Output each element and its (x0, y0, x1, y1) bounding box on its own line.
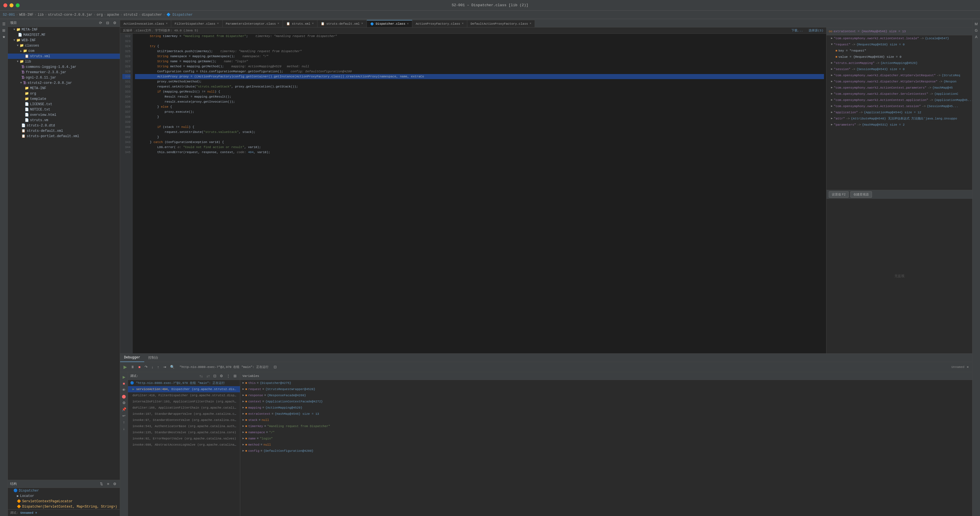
tree-item-strutsdtd[interactable]: 📄 struts-2.0.dtd (8, 123, 120, 128)
tree-item-commons[interactable]: 🗜 commons-logging-1.0.4.jar (8, 64, 120, 70)
debug-view-btn[interactable]: 👁 (121, 387, 127, 392)
gear2-icon[interactable]: ⚙ (219, 373, 224, 379)
close-icon[interactable]: × (407, 22, 409, 25)
close-icon[interactable]: × (217, 22, 219, 25)
close-icon[interactable]: × (530, 22, 531, 25)
stack-frame-9[interactable]: invoke:698, AbstractAccessLogValve (org.… (128, 442, 240, 448)
struct-dispatcher[interactable]: 🔵 Dispatcher (8, 488, 120, 493)
stack-frame-3[interactable]: doFilter:166, ApplicationFilterChain (or… (128, 405, 240, 411)
close-icon[interactable]: × (166, 22, 167, 25)
breadcrumb-item-webinf[interactable]: WEB-INF (19, 13, 33, 17)
var-name[interactable]: ▶ ■ name = "login" (240, 435, 972, 442)
pause-icon[interactable]: ⏸ (130, 364, 135, 370)
tree-item-lib[interactable]: ▼ 📁 lib (8, 59, 120, 64)
tab-console[interactable]: 控制台 (144, 354, 162, 362)
tree-item-ognl[interactable]: 🗜 ognl-2.6.11.jar (8, 75, 120, 80)
var-timerkey[interactable]: ▶ ■ timerKey = "Handling request from Di… (240, 423, 972, 429)
evaluate-icon[interactable]: 🔍 (169, 364, 176, 370)
debug-item-httpresponse[interactable]: ▶ "com.opensymphony.xwork2.dispatcher.Ht… (826, 78, 972, 85)
filter2-icon[interactable]: ⊡ (212, 373, 218, 379)
structure-icon[interactable]: ⊞ (1, 28, 6, 33)
struct-servletcontext[interactable]: 🔶 ServletContextPageLocator (8, 499, 120, 504)
debug-item-session[interactable]: ▶ "session" -> {SessionMap@4543} size = … (826, 66, 972, 72)
tab-defaultactionproxy[interactable]: DefaultActionProxyFactory.class × (467, 20, 535, 27)
debug-item-locale[interactable]: ▶ "com.opensymphony.xwork2.ActionContext… (826, 35, 972, 41)
struct-locator[interactable]: ▶ Locator (8, 493, 120, 499)
stack-frame-6[interactable]: invoke:543, AuthenticatorBase (org.apach… (128, 423, 240, 429)
debug-item-actionmapping[interactable]: ▶ "struts.actionMapping" -> {ActionMappi… (826, 60, 972, 66)
set-value-button[interactable]: 设置值 F2 (829, 191, 849, 198)
maximize-button[interactable] (16, 3, 20, 7)
debug-item-application[interactable]: ▶ "com.opensymphony.xwork2.ActionContext… (826, 97, 972, 103)
more-icon[interactable]: ⋮ (225, 373, 231, 379)
filter-icon[interactable]: ≡ (106, 481, 110, 487)
tree-item-freemarker[interactable]: 🗜 freemarker-2.3.8.jar (8, 70, 120, 75)
breadcrumb-item-struts2[interactable]: struts2 (124, 13, 137, 17)
thread-item[interactable]: 🔵 "http-nio-8080-exec-7"@2,970 在组 "main"… (128, 380, 240, 386)
tab-debugger[interactable]: Debugger (120, 354, 144, 362)
settings-icon[interactable]: ⚙ (112, 481, 118, 487)
close-unnamed-icon[interactable]: × (966, 364, 970, 370)
var-this[interactable]: ▶ ■ this = {Dispatcher@4275} (240, 380, 972, 386)
tab-parametersinterceptor[interactable]: ParametersInterceptor.class × (223, 20, 283, 27)
sort-desc-icon[interactable]: ↓↑ (205, 373, 211, 379)
var-config[interactable]: ▶ ■ config = {DefaultConfiguration@4280} (240, 448, 972, 454)
collapse-icon[interactable]: ⊟ (105, 20, 110, 25)
unnamed-label[interactable]: Unnamed × (21, 511, 37, 514)
tab-strutsdefault[interactable]: 📋 struts-default.xml × (317, 20, 367, 27)
tree-item-struts2core[interactable]: ▼ 🗜 struts2-core-2.0.8.jar (8, 80, 120, 86)
tree-item-license[interactable]: 📄 LICENSE.txt (8, 102, 120, 107)
stack-frame-4[interactable]: invoke:197, StandardWrapperValve (org.ap… (128, 411, 240, 417)
debug-up-btn[interactable]: ↑ (122, 419, 126, 425)
breadcrumb-item-org[interactable]: org (97, 13, 103, 17)
run-to-cursor-icon[interactable]: ⇥ (162, 364, 167, 370)
window-controls[interactable] (3, 3, 20, 7)
tab-strutsxml[interactable]: 📋 struts.xml × (283, 20, 317, 27)
stack-frame-7[interactable]: invoke:135, StandardHostValve (org.apach… (128, 429, 240, 435)
sort-asc-icon[interactable]: ↑↓ (198, 373, 204, 379)
stack-frame-0[interactable]: ▶ serviceAction:494, Dispatcher (org.apa… (128, 386, 240, 392)
breadcrumb-item-apache[interactable]: apache (107, 13, 119, 17)
breadcrumb-item-dispatcher[interactable]: 🔷 Dispatcher (166, 13, 193, 17)
debug-item-httprequest[interactable]: ▶ "com.opensymphony.xwork2.dispatcher.Ht… (826, 72, 972, 78)
minimize-button[interactable] (10, 3, 13, 7)
struct-constructor[interactable]: 🔶 Dispatcher(ServletContext, Map<String,… (8, 504, 120, 509)
tab-dispatcher[interactable]: 🔷 Dispatcher.class × (367, 20, 412, 27)
close-icon[interactable]: × (278, 22, 279, 25)
debug-restore-btn[interactable]: ↩ (121, 413, 127, 418)
debug-item-request-key[interactable]: ■ key = "request" (826, 48, 972, 54)
tree-item-notice[interactable]: 📄 NOTICE.txt (8, 107, 120, 112)
tree-item-strutsdefault[interactable]: 📋 struts-default.xml (8, 128, 120, 133)
debug-item-request-parent[interactable]: ▼ "request" -> {RequestMap@4530} size = … (826, 41, 972, 48)
debug-item-actionsession[interactable]: ▶ "com.opensymphony.xwork2.ActionContext… (826, 103, 972, 110)
close-icon[interactable]: × (462, 22, 464, 25)
debug-item-attr[interactable]: ▶ "attr" -> {AttributeMap@4548} 无法评估表达式 … (826, 116, 972, 122)
step-out-icon[interactable]: ↑ (156, 364, 160, 370)
sync-icon[interactable]: ⟳ (98, 20, 103, 25)
create-watch-button[interactable]: 创建星视器 (850, 191, 872, 198)
stack-frame-5[interactable]: invoke:97, StandardContextValve (org.apa… (128, 417, 240, 423)
tree-item-meta[interactable]: ▼ 📁 META-INF (8, 27, 120, 32)
stop-icon[interactable]: ■ (137, 364, 142, 370)
sort-icon[interactable]: ⇅ (99, 481, 104, 487)
tree-item-strutsxml[interactable]: 📋 struts.xml (8, 54, 120, 59)
tree-item-manifest[interactable]: 📄 MANIFEST.MF (8, 32, 120, 38)
close-button[interactable] (3, 3, 7, 7)
debug-item-servletcontext[interactable]: ▶ "com.opensymphony.xwork2.dispatcher.Se… (826, 91, 972, 97)
tab-actioninvocation[interactable]: ActionInvocation.class × (120, 20, 171, 27)
stack-frame-2[interactable]: internalDoFilter:193, ApplicationFilterC… (128, 399, 240, 405)
var-stack[interactable]: ▶ ■ stack = null (240, 417, 972, 423)
close-icon[interactable]: × (312, 22, 314, 25)
debug-down-btn[interactable]: ↓ (122, 426, 126, 431)
tree-item-classes[interactable]: ▼ 📁 classes (8, 43, 120, 48)
tree-item-strutsvm[interactable]: 📄 struts.vm (8, 117, 120, 123)
filter-icon[interactable]: ⊡ (272, 364, 278, 370)
var-method[interactable]: ▶ ■ method = null (240, 442, 972, 448)
favorites-icon[interactable]: ★ (1, 34, 7, 40)
gear-icon[interactable]: ⚙ (112, 20, 118, 25)
debug-settings-btn[interactable]: ⚙ (121, 400, 127, 405)
debug-item-app[interactable]: ▶ "application" -> {ApplicationMap@4544}… (826, 110, 972, 116)
tab-filterdispatcher[interactable]: FilterDispatcher.class × (171, 20, 222, 27)
var-mapping[interactable]: ▶ ■ mapping = {ActionMapping@4529} (240, 405, 972, 411)
close-icon[interactable]: × (361, 22, 363, 25)
